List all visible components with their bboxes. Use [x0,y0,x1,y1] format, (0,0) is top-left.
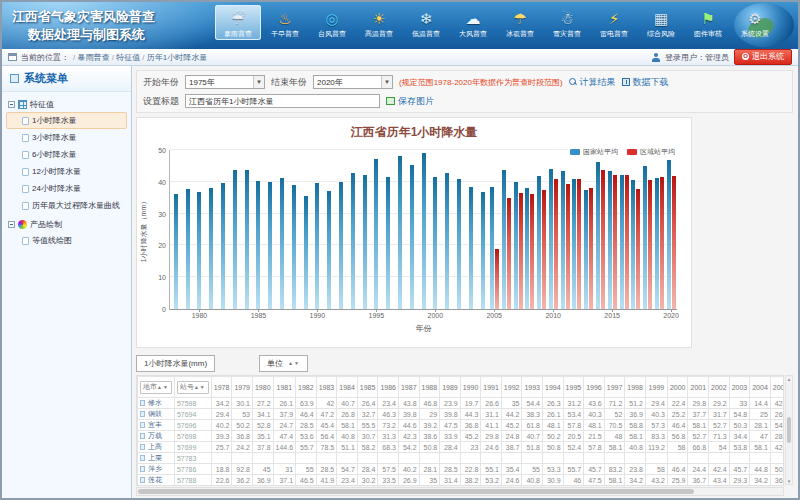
toolbar-item-lightning[interactable]: ⚡雷电普查 [591,5,637,40]
x-axis-title: 年份 [416,323,432,334]
region-column-header-sort[interactable]: 地市▲▼ [140,381,172,394]
sidebar-item[interactable]: 1小时降水量 [6,112,127,129]
year-column-header[interactable]: 1994 [543,377,564,398]
scrollbar-thumb[interactable] [787,417,791,443]
sidebar-item[interactable]: 3小时降水量 [6,129,127,146]
year-column-header[interactable]: 2002 [709,377,730,398]
unit-select[interactable]: 单位 ▲▼ [259,355,308,372]
year-column-header[interactable]: 1996 [584,377,605,398]
toolbar-item-wind[interactable]: ☁大风普查 [450,5,496,40]
year-column-header[interactable]: 1980 [252,377,273,398]
year-column-header[interactable]: 1995 [563,377,584,398]
toolbar-item-typhoon[interactable]: ◎台风普查 [309,5,355,40]
bar-national [643,166,647,309]
value-cell [273,453,296,464]
toolbar-item-heat[interactable]: ☀高温普查 [356,5,402,40]
year-column-header[interactable]: 1997 [604,377,625,398]
sidebar-item[interactable]: 12小时降水量 [6,163,127,180]
bar-regional [636,189,640,309]
toolbar-item-rainstorm[interactable]: ☔暴雨普查 [215,5,261,40]
x-tick-mark [671,309,672,312]
year-column-header[interactable]: 1985 [357,377,378,398]
breadcrumb-link[interactable]: 暴雨普查 [77,53,109,62]
year-column-header[interactable]: 1998 [625,377,646,398]
start-year-select[interactable]: 1975年 ▼ [185,75,265,89]
logout-button[interactable]: O 退出系统 [734,49,792,65]
year-group [276,150,288,309]
year-column-header[interactable]: 2003 [729,377,750,398]
year-column-header[interactable]: 2004 [750,377,771,398]
year-column-header[interactable]: 1988 [419,377,440,398]
year-column-header[interactable]: 1986 [378,377,399,398]
toolbar-item-cold[interactable]: ❄低温普查 [403,5,449,40]
end-year-select[interactable]: 2020年 ▼ [313,75,393,89]
station-id-cell: 57698 [174,431,211,442]
year-column-header[interactable]: 1987 [398,377,419,398]
year-column-header[interactable]: 1982 [296,377,317,398]
value-cell [584,453,605,464]
scroll-down-icon[interactable]: ▾ [788,478,791,484]
table-row[interactable]: 万载5769839.336.835.147.453.656.440.830.73… [138,431,785,442]
breadcrumb-link[interactable]: 历年1小时降水量 [147,53,207,62]
year-column-header[interactable]: 1993 [522,377,543,398]
save-image-button[interactable]: 保存图片 [386,95,434,108]
wind-icon: ☁ [460,7,486,29]
scrollbar-thumb[interactable] [138,489,694,494]
breadcrumb-bar: 当前的位置： / 暴雨普查 / 特征值 / 历年1小时降水量 登录用户：管理员 … [2,49,798,66]
year-column-header[interactable]: 2000 [667,377,688,398]
chart-title-input[interactable] [185,94,380,108]
table-row[interactable]: 上高5769925.724.237.8144.655.778.551.158.2… [138,442,785,453]
year-column-header[interactable]: 2001 [688,377,709,398]
breadcrumb-link[interactable]: 特征值 [116,53,140,62]
station-name-cell: 铜鼓 [138,409,175,420]
toolbar-item-review[interactable]: ⚑图件审核 [685,5,731,40]
measure-select[interactable]: 1小时降水量(mm) [136,355,215,372]
bar-national [315,183,319,309]
sidebar-item[interactable]: 等值线绘图 [6,232,127,249]
table-row[interactable]: 修水5759834.230.127.226.163.94240.726.423.… [138,398,785,409]
bar-national [596,162,600,309]
calc-result-button[interactable]: 计算结果 [569,76,616,89]
table-row[interactable]: 安福5779223.828.528.562.521.445.852.847.85… [138,486,785,487]
year-column-header[interactable]: 1990 [460,377,481,398]
value-cell: 28.5 [316,464,337,475]
year-column-header[interactable]: 1981 [273,377,296,398]
vertical-scrollbar[interactable]: ▴ ▾ [785,375,793,485]
year-column-header[interactable]: 2005 [770,377,784,398]
sidebar-group-0[interactable]: 特征值 [6,97,127,112]
year-column-header[interactable]: 1979 [232,377,253,398]
data-download-button[interactable]: 数据下载 [622,76,669,89]
scroll-up-icon[interactable]: ▴ [788,376,791,382]
table-row[interactable]: 萍乡5778618.892.845315528.554.728.457.540.… [138,464,785,475]
toolbar-item-risk[interactable]: ▦综合风险 [638,5,684,40]
toolbar-item-settings[interactable]: ⚙系统设置 [732,5,778,40]
sidebar-item[interactable]: 6小时降水量 [6,146,127,163]
value-cell: 47.5 [440,420,461,431]
table-row[interactable]: 铜鼓5769429.45334.137.946.447.226.832.746.… [138,409,785,420]
year-group [665,150,677,309]
toolbar-item-hail[interactable]: ☂冰雹普查 [497,5,543,40]
sidebar-item[interactable]: 历年最大过程降水量曲线 [6,197,127,214]
value-cell: 41.1 [481,420,502,431]
year-column-header[interactable]: 1999 [645,377,667,398]
year-column-header[interactable]: 1991 [481,377,502,398]
year-column-header[interactable]: 1992 [501,377,522,398]
sidebar-item[interactable]: 24小时降水量 [6,180,127,197]
year-column-header[interactable]: 1989 [440,377,461,398]
value-cell: 119.2 [645,442,667,453]
table-row[interactable]: 宜丰5769640.250.252.824.728.545.458.155.57… [138,420,785,431]
sidebar-group-1[interactable]: 产品绘制 [6,217,127,232]
year-column-header[interactable]: 1984 [337,377,358,398]
toolbar-item-drought[interactable]: ♨干旱普查 [262,5,308,40]
horizontal-scrollbar[interactable] [136,487,784,496]
toolbar-item-snow[interactable]: ☃雪灾普查 [544,5,590,40]
table-row[interactable]: 上栗57783 [138,453,785,464]
year-column-header[interactable]: 1978 [211,377,232,398]
station-column-header-sort[interactable]: 站号▲▼ [177,381,209,394]
value-cell: 28.5 [440,464,461,475]
location-icon [8,53,17,61]
table-row[interactable]: 莲花5778822.636.236.937.146.541.923.430.23… [138,475,785,486]
location-label: 当前的位置： [21,52,69,63]
chart-title: 江西省历年1小时降水量 [137,118,691,141]
year-column-header[interactable]: 1983 [316,377,337,398]
